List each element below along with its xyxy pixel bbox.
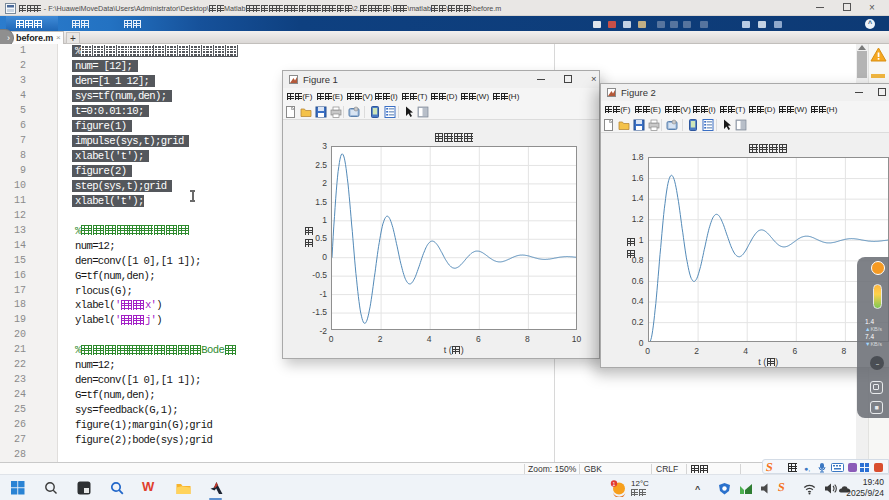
svg-text:1: 1: [613, 481, 616, 487]
